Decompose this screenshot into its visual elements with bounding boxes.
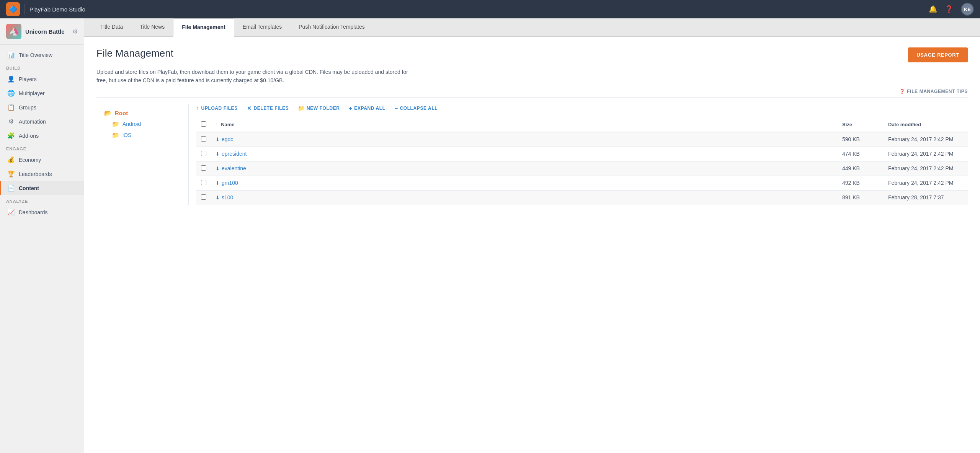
row-name-cell: ⬇ evalentine [211,161,838,176]
header-size: Size [838,117,884,132]
row-checkbox-cell [196,161,211,176]
row-checkbox[interactable] [201,165,206,171]
file-link[interactable]: ⬇ egdc [216,136,833,142]
studio-name: PlayFab Demo Studio [29,6,85,13]
row-size-cell: 891 KB [838,190,884,205]
settings-icon[interactable]: ⚙ [72,28,78,35]
user-avatar[interactable]: KE [961,3,974,16]
tab-file-management[interactable]: File Management [173,18,234,37]
table-body: ⬇ egdc 590 KB February 24, 2017 2:42 PM … [196,132,968,205]
file-name[interactable]: evalentine [222,165,246,171]
topbar: 🔷 PlayFab Demo Studio 🔔 ❓ KE [0,0,980,18]
row-checkbox-cell [196,147,211,161]
expand-all-button[interactable]: + EXPAND ALL [349,105,385,111]
file-link[interactable]: ⬇ evalentine [216,165,833,171]
new-folder-button[interactable]: 📁 NEW FOLDER [298,105,340,111]
download-icon: ⬇ [216,151,220,157]
notification-icon[interactable]: 🔔 [929,5,937,13]
ios-folder-label: iOS [122,132,131,138]
addons-icon: 🧩 [7,132,15,139]
table-row: ⬇ evalentine 449 KB February 24, 2017 2:… [196,161,968,176]
topbar-actions: 🔔 ❓ KE [929,3,974,16]
row-checkbox[interactable] [201,194,206,200]
sidebar-item-dashboards[interactable]: 📈 Dashboards [0,205,84,219]
collapse-all-button[interactable]: − COLLAPSE ALL [395,105,438,111]
file-name[interactable]: egdc [222,136,233,142]
row-date-cell: February 24, 2017 2:42 PM [884,132,968,147]
file-name[interactable]: s100 [222,194,233,200]
sidebar-item-leaderboards[interactable]: 🏆 Leaderboards [0,167,84,181]
android-folder-icon: 📁 [112,121,119,128]
table-row: ⬇ gm100 492 KB February 24, 2017 2:42 PM [196,176,968,190]
row-checkbox[interactable] [201,136,206,142]
folder-android[interactable]: 📁 Android [110,119,182,130]
delete-files-button[interactable]: ✕ DELETE FILES [247,105,289,111]
sidebar-item-automation[interactable]: ⚙ Automation [0,114,84,129]
brand-name: Unicorn Battle [25,28,65,35]
file-table-area: ↑ UPLOAD FILES ✕ DELETE FILES 📁 NEW FOLD… [188,104,968,205]
tab-email-templates[interactable]: Email Templates [234,18,290,36]
table-row: ⬇ egdc 590 KB February 24, 2017 2:42 PM [196,132,968,147]
sidebar-item-label: Dashboards [19,209,48,215]
sidebar-item-economy[interactable]: 💰 Economy [0,153,84,167]
upload-files-button[interactable]: ↑ UPLOAD FILES [196,105,238,111]
tab-push-notifications[interactable]: Push Notification Templates [290,18,373,36]
sidebar-item-title-overview[interactable]: 📊 Title Overview [0,48,84,62]
folder-ios[interactable]: 📁 iOS [110,130,182,141]
header-name[interactable]: ↑ Name [211,117,838,132]
row-checkbox-cell [196,190,211,205]
folder-tree: 📂 Root 📁 Android 📁 iOS [96,104,188,205]
automation-icon: ⚙ [7,118,15,125]
economy-icon: 💰 [7,156,15,163]
row-date-cell: February 24, 2017 2:42 PM [884,161,968,176]
sidebar-item-label: Automation [19,119,46,125]
table-row: ⬇ epresident 474 KB February 24, 2017 2:… [196,147,968,161]
row-checkbox-cell [196,176,211,190]
row-size-cell: 590 KB [838,132,884,147]
file-link[interactable]: ⬇ s100 [216,194,833,200]
tips-label: FILE MANAGEMENT TIPS [907,89,968,94]
folder-root[interactable]: 📂 Root [103,108,182,119]
main-content: Title Data Title News File Management Em… [84,18,980,453]
file-link[interactable]: ⬇ gm100 [216,180,833,186]
help-icon[interactable]: ❓ [945,5,953,13]
root-folder-label: Root [115,110,128,116]
row-checkbox[interactable] [201,180,206,185]
sidebar-item-content[interactable]: 📄 Content [0,181,84,195]
sidebar-item-addons[interactable]: 🧩 Add-ons [0,129,84,143]
sidebar-item-players[interactable]: 👤 Players [0,72,84,86]
download-icon: ⬇ [216,180,220,186]
tab-title-news[interactable]: Title News [131,18,173,36]
sidebar-item-groups[interactable]: 📋 Groups [0,100,84,114]
tabbar: Title Data Title News File Management Em… [84,18,980,37]
sidebar-brand: 🦄 Unicorn Battle ⚙ [0,18,84,45]
select-all-checkbox[interactable] [201,121,206,127]
row-date-cell: February 24, 2017 2:42 PM [884,147,968,161]
page-title: File Management [96,47,173,59]
collapse-icon: − [395,105,398,111]
app-logo: 🔷 [6,2,20,16]
expand-icon: + [349,105,353,111]
file-table: ↑ Name Size Date modified [196,117,968,205]
engage-section-label: ENGAGE [0,143,84,153]
file-toolbar: ↑ UPLOAD FILES ✕ DELETE FILES 📁 NEW FOLD… [196,104,968,113]
sidebar-item-label: Players [19,76,37,82]
row-name-cell: ⬇ gm100 [211,176,838,190]
brand-icon: 🦄 [6,24,21,39]
file-link[interactable]: ⬇ epresident [216,151,833,157]
sidebar: 🦄 Unicorn Battle ⚙ 📊 Title Overview BUIL… [0,18,84,453]
tab-title-data[interactable]: Title Data [92,18,131,36]
row-date-cell: February 24, 2017 2:42 PM [884,176,968,190]
sidebar-item-multiplayer[interactable]: 🌐 Multiplayer [0,86,84,100]
tips-link[interactable]: ❓ FILE MANAGEMENT TIPS [96,89,968,94]
row-size-cell: 474 KB [838,147,884,161]
file-name[interactable]: epresident [222,151,247,157]
download-icon: ⬇ [216,195,220,200]
usage-report-button[interactable]: USAGE REPORT [908,47,968,62]
file-name[interactable]: gm100 [222,180,238,186]
row-checkbox[interactable] [201,151,206,156]
leaderboards-icon: 🏆 [7,170,15,178]
header-date: Date modified [884,117,968,132]
table-row: ⬇ s100 891 KB February 28, 2017 7:37 [196,190,968,205]
root-folder-icon: 📂 [104,109,112,117]
